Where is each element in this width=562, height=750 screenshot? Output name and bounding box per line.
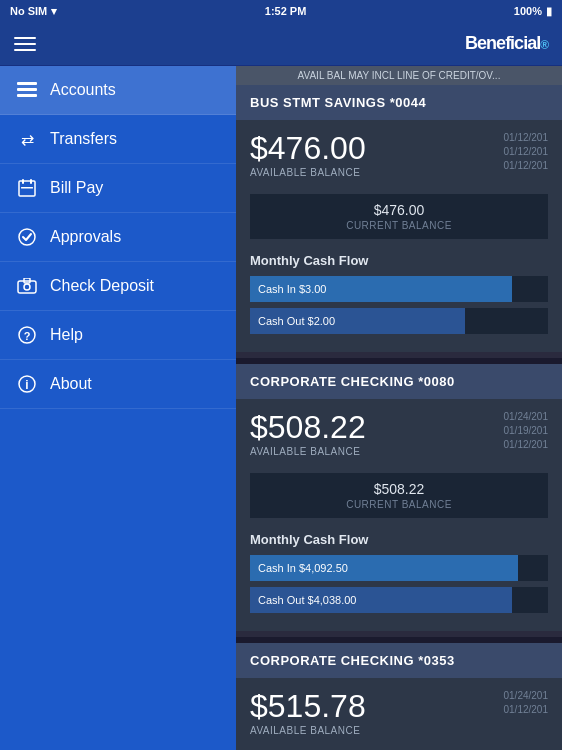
date-c1: 01/24/201: [504, 411, 549, 422]
carrier-label: No SIM: [10, 5, 47, 17]
cash-in-row-checking0080: Cash In $4,092.50: [250, 555, 548, 581]
account-body-checking0353: $515.78 AVAILABLE BALANCE 01/24/201 01/1…: [236, 678, 562, 746]
svg-rect-0: [17, 82, 37, 85]
account-left-savings: $476.00 AVAILABLE BALANCE: [250, 132, 504, 178]
account-name-checking0353: CORPORATE CHECKING *0353: [236, 643, 562, 678]
svg-rect-4: [22, 179, 24, 184]
date-d2: 01/12/201: [504, 704, 549, 715]
sidebar-item-accounts[interactable]: Accounts: [0, 66, 236, 115]
available-balance-savings: $476.00: [250, 132, 504, 164]
status-bar: No SIM ▾ 1:52 PM 100% ▮: [0, 0, 562, 22]
sidebar-item-transfers[interactable]: ⇄ Transfers: [0, 115, 236, 164]
cash-out-label-savings: Cash Out $2.00: [258, 315, 335, 327]
account-dates-savings: 01/12/201 01/12/201 01/12/201: [504, 132, 549, 171]
sidebar-approvals-label: Approvals: [50, 228, 121, 246]
wifi-icon: ▾: [51, 5, 57, 18]
sidebar-item-checkdeposit[interactable]: Check Deposit: [0, 262, 236, 311]
date-1: 01/12/201: [504, 132, 549, 143]
cash-out-container-checking0080: Cash Out $4,038.00: [250, 587, 548, 613]
svg-rect-6: [21, 187, 33, 189]
sidebar: Accounts ⇄ Transfers Bill Pay Approvals …: [0, 66, 236, 750]
available-balance-checking0080: $508.22: [250, 411, 504, 443]
cash-out-row-savings: Cash Out $2.00: [250, 308, 548, 334]
account-card-checking-0353[interactable]: CORPORATE CHECKING *0353 $515.78 AVAILAB…: [236, 643, 562, 750]
current-balance-box-checking0080: $508.22 CURRENT BALANCE: [250, 473, 548, 518]
date-2: 01/12/201: [504, 146, 549, 157]
account-name-checking0080: CORPORATE CHECKING *0080: [236, 364, 562, 399]
available-balance-label-checking0353: AVAILABLE BALANCE: [250, 725, 504, 736]
battery-icon: ▮: [546, 5, 552, 18]
battery-label: 100%: [514, 5, 542, 17]
account-body-savings: $476.00 AVAILABLE BALANCE 01/12/201 01/1…: [236, 120, 562, 188]
account-dates-checking0080: 01/24/201 01/19/201 01/12/201: [504, 411, 549, 450]
notice-banner: AVAIL BAL MAY INCL LINE OF CREDIT/OV...: [236, 66, 562, 85]
help-icon: ?: [16, 324, 38, 346]
sidebar-item-help[interactable]: ? Help: [0, 311, 236, 360]
sidebar-billpay-label: Bill Pay: [50, 179, 103, 197]
sidebar-accounts-label: Accounts: [50, 81, 116, 99]
date-c2: 01/19/201: [504, 425, 549, 436]
sidebar-item-about[interactable]: i About: [0, 360, 236, 409]
sidebar-checkdeposit-label: Check Deposit: [50, 277, 154, 295]
cash-flow-savings: Monthly Cash Flow Cash In $3.00 Cash Out…: [236, 245, 562, 352]
main-content: AVAIL BAL MAY INCL LINE OF CREDIT/OV... …: [236, 66, 562, 750]
sidebar-about-label: About: [50, 375, 92, 393]
cash-in-label-checking0080: Cash In $4,092.50: [258, 562, 348, 574]
date-3: 01/12/201: [504, 160, 549, 171]
cash-flow-title-checking0080: Monthly Cash Flow: [250, 532, 548, 547]
account-body-checking0080: $508.22 AVAILABLE BALANCE 01/24/201 01/1…: [236, 399, 562, 467]
sidebar-item-billpay[interactable]: Bill Pay: [0, 164, 236, 213]
accounts-icon: [16, 79, 38, 101]
current-balance-amount-savings: $476.00: [262, 202, 536, 218]
date-c3: 01/12/201: [504, 439, 549, 450]
billpay-icon: [16, 177, 38, 199]
sidebar-help-label: Help: [50, 326, 83, 344]
current-balance-amount-checking0080: $508.22: [262, 481, 536, 497]
available-balance-checking0353: $515.78: [250, 690, 504, 722]
cash-in-label-savings: Cash In $3.00: [258, 283, 327, 295]
sidebar-item-approvals[interactable]: Approvals: [0, 213, 236, 262]
account-dates-checking0353: 01/24/201 01/12/201: [504, 690, 549, 715]
svg-text:i: i: [25, 378, 28, 392]
svg-rect-2: [17, 94, 37, 97]
svg-point-9: [24, 284, 30, 290]
svg-rect-5: [30, 179, 32, 184]
hamburger-button[interactable]: [14, 37, 36, 51]
cash-in-bar-checking0080: Cash In $4,092.50: [250, 555, 518, 581]
account-left-checking0080: $508.22 AVAILABLE BALANCE: [250, 411, 504, 457]
cash-out-container-savings: Cash Out $2.00: [250, 308, 548, 334]
status-right: 100% ▮: [514, 5, 552, 18]
sidebar-transfers-label: Transfers: [50, 130, 117, 148]
account-card-checking-0080[interactable]: CORPORATE CHECKING *0080 $508.22 AVAILAB…: [236, 364, 562, 631]
available-balance-label-savings: AVAILABLE BALANCE: [250, 167, 504, 178]
current-balance-box-savings: $476.00 CURRENT BALANCE: [250, 194, 548, 239]
available-balance-label-checking0080: AVAILABLE BALANCE: [250, 446, 504, 457]
app-header: Beneficial®: [0, 22, 562, 66]
svg-point-7: [19, 229, 35, 245]
app-layout: Accounts ⇄ Transfers Bill Pay Approvals …: [0, 66, 562, 750]
header-logo: Beneficial®: [465, 33, 548, 54]
cash-in-bar-savings: Cash In $3.00: [250, 276, 512, 302]
status-left: No SIM ▾: [10, 5, 57, 18]
cash-out-bar-checking0080: Cash Out $4,038.00: [250, 587, 512, 613]
cash-flow-checking0080: Monthly Cash Flow Cash In $4,092.50 Cash…: [236, 524, 562, 631]
cash-in-container-checking0080: Cash In $4,092.50: [250, 555, 548, 581]
cash-out-row-checking0080: Cash Out $4,038.00: [250, 587, 548, 613]
cash-flow-title-savings: Monthly Cash Flow: [250, 253, 548, 268]
transfers-icon: ⇄: [16, 128, 38, 150]
status-time: 1:52 PM: [265, 5, 307, 17]
current-balance-label-checking0080: CURRENT BALANCE: [262, 499, 536, 510]
account-left-checking0353: $515.78 AVAILABLE BALANCE: [250, 690, 504, 736]
checkdeposit-icon: [16, 275, 38, 297]
approvals-icon: [16, 226, 38, 248]
about-icon: i: [16, 373, 38, 395]
svg-text:?: ?: [24, 330, 31, 342]
cash-out-label-checking0080: Cash Out $4,038.00: [258, 594, 356, 606]
cash-in-container-savings: Cash In $3.00: [250, 276, 548, 302]
account-name-savings: BUS STMT SAVINGS *0044: [236, 85, 562, 120]
cash-out-bar-savings: Cash Out $2.00: [250, 308, 465, 334]
date-d1: 01/24/201: [504, 690, 549, 701]
account-card-savings-0044[interactable]: BUS STMT SAVINGS *0044 $476.00 AVAILABLE…: [236, 85, 562, 352]
svg-rect-1: [17, 88, 37, 91]
cash-in-row-savings: Cash In $3.00: [250, 276, 548, 302]
